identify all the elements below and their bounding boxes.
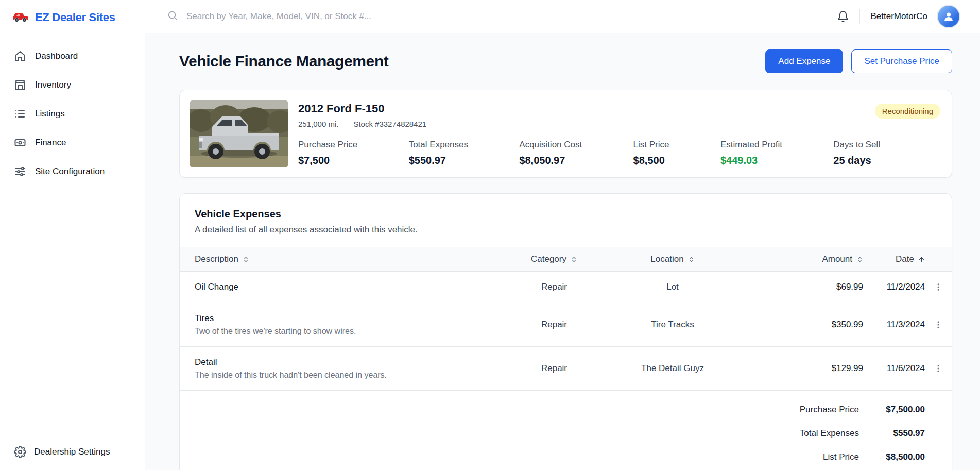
sidebar-item-site-configuration[interactable]: Site Configuration	[6, 159, 139, 184]
sidebar-nav: Dashboard Inventory Listings	[0, 43, 145, 184]
stat-purchase-price: Purchase Price $7,500	[298, 140, 357, 166]
expense-date: 11/2/2024	[863, 282, 925, 292]
column-header-date[interactable]: Date	[863, 254, 925, 264]
brand-name: EZ Dealer Sites	[35, 11, 115, 24]
expense-date: 11/3/2024	[863, 320, 925, 330]
expenses-subtitle: A detailed list of all expenses associat…	[195, 225, 937, 235]
set-purchase-price-button[interactable]: Set Purchase Price	[851, 49, 952, 73]
summary-value: $550.97	[873, 428, 925, 439]
stat-value: $8,050.97	[519, 155, 582, 166]
expense-category: Repair	[503, 282, 606, 292]
expense-row-tires: Tires Two of the tires we're starting to…	[180, 303, 952, 346]
summary-label: List Price	[823, 452, 859, 462]
listings-icon	[13, 107, 27, 121]
expenses-summary: Purchase Price $7,500.00 Total Expenses …	[180, 390, 952, 470]
search-input[interactable]	[185, 11, 474, 22]
chevrons-up-down-icon	[688, 256, 695, 263]
expense-note: The inside of this truck hadn't been cle…	[195, 371, 503, 380]
vehicle-expenses-card: Vehicle Expenses A detailed list of all …	[179, 193, 952, 470]
column-header-location[interactable]: Location	[606, 254, 740, 264]
stat-label: Estimated Profit	[720, 140, 782, 150]
stat-total-expenses: Total Expenses $550.97	[409, 140, 468, 166]
stat-estimated-profit: Estimated Profit $449.03	[720, 140, 782, 166]
stat-acquisition-cost: Acquisition Cost $8,050.97	[519, 140, 582, 166]
expense-note: Two of the tires we're starting to show …	[195, 327, 503, 336]
account-name: BetterMotorCo	[870, 11, 927, 22]
vehicle-stock-number: Stock #33274828421	[353, 120, 426, 128]
expense-amount: $350.99	[740, 320, 863, 330]
arrow-up-icon	[918, 256, 925, 263]
brand-logo[interactable]: EZ Dealer Sites	[0, 0, 145, 32]
status-badge: Reconditioning	[875, 104, 940, 119]
sidebar-item-dealership-settings[interactable]: Dealership Settings	[0, 434, 145, 470]
expense-row-detail: Detail The inside of this truck hadn't b…	[180, 346, 952, 390]
stat-value: $550.97	[409, 155, 468, 166]
row-menu-button[interactable]	[925, 282, 952, 292]
global-search	[167, 10, 837, 23]
topbar-divider	[859, 9, 860, 24]
chevrons-up-down-icon	[571, 256, 577, 263]
expense-date: 11/6/2024	[863, 363, 925, 374]
avatar[interactable]	[938, 6, 959, 27]
sidebar-item-label: Finance	[35, 138, 66, 148]
summary-value: $8,500.00	[873, 452, 925, 462]
page-head: Vehicle Finance Management Add Expense S…	[179, 49, 952, 73]
bell-icon[interactable]	[837, 10, 849, 23]
chevrons-up-down-icon	[856, 256, 863, 263]
vehicle-stats: Purchase Price $7,500 Total Expenses $55…	[298, 140, 880, 166]
column-header-category[interactable]: Category	[503, 254, 606, 264]
stat-label: Days to Sell	[833, 140, 880, 150]
expenses-title: Vehicle Expenses	[195, 208, 937, 220]
stat-value: 25 days	[833, 155, 880, 166]
expense-location: Tire Tracks	[606, 320, 740, 330]
expense-category: Repair	[503, 320, 606, 330]
vehicle-mileage: 251,000 mi.	[298, 120, 338, 128]
add-expense-button[interactable]: Add Expense	[765, 49, 843, 73]
search-icon	[167, 10, 178, 23]
column-label: Amount	[822, 254, 852, 264]
stat-label: Purchase Price	[298, 140, 357, 150]
stat-value: $8,500	[633, 155, 669, 166]
expense-location: Lot	[606, 282, 740, 292]
column-header-description[interactable]: Description	[180, 254, 503, 264]
expenses-table-header: Description Category Location	[180, 247, 952, 271]
sidebar-item-listings[interactable]: Listings	[6, 101, 139, 127]
sidebar-item-label: Inventory	[35, 80, 71, 90]
main-column: BetterMotorCo Vehicle Finance Management…	[145, 0, 980, 470]
stat-value: $449.03	[720, 155, 782, 166]
expense-description-cell: Detail The inside of this truck hadn't b…	[180, 357, 503, 380]
sidebar: EZ Dealer Sites Dashboard Inventory	[0, 0, 145, 470]
summary-row-purchase-price: Purchase Price $7,500.00	[180, 398, 925, 422]
stat-label: Total Expenses	[409, 140, 468, 150]
sidebar-item-dashboard[interactable]: Dashboard	[6, 43, 139, 69]
expense-amount: $129.99	[740, 363, 863, 374]
finance-icon	[13, 136, 27, 149]
column-label: Category	[531, 254, 566, 264]
sidebar-item-finance[interactable]: Finance	[6, 130, 139, 156]
vehicle-photo	[190, 100, 288, 167]
expenses-head: Vehicle Expenses A detailed list of all …	[180, 194, 952, 247]
stat-label: Acquisition Cost	[519, 140, 582, 150]
sidebar-footer-label: Dealership Settings	[34, 447, 110, 457]
sidebar-item-label: Site Configuration	[35, 166, 105, 177]
sidebar-item-label: Dashboard	[35, 51, 78, 61]
meta-separator	[346, 120, 346, 128]
gear-icon	[13, 445, 27, 459]
sidebar-item-inventory[interactable]: Inventory	[6, 72, 139, 98]
expense-amount: $69.99	[740, 282, 863, 292]
summary-label: Purchase Price	[800, 405, 859, 415]
expense-description: Oil Change	[195, 282, 503, 292]
expense-description-cell: Oil Change	[180, 282, 503, 292]
expense-location: The Detail Guyz	[606, 363, 740, 374]
expense-description-cell: Tires Two of the tires we're starting to…	[180, 313, 503, 336]
row-menu-button[interactable]	[925, 364, 952, 373]
column-header-amount[interactable]: Amount	[740, 254, 863, 264]
row-menu-button[interactable]	[925, 320, 952, 329]
vehicle-meta: 251,000 mi. Stock #33274828421	[298, 120, 942, 128]
stat-value: $7,500	[298, 155, 357, 166]
column-label: Location	[650, 254, 683, 264]
summary-label: Total Expenses	[800, 428, 859, 439]
car-icon	[11, 10, 30, 25]
expense-row-oil-change: Oil Change Repair Lot $69.99 11/2/2024	[180, 271, 952, 303]
stat-days-to-sell: Days to Sell 25 days	[833, 140, 880, 166]
